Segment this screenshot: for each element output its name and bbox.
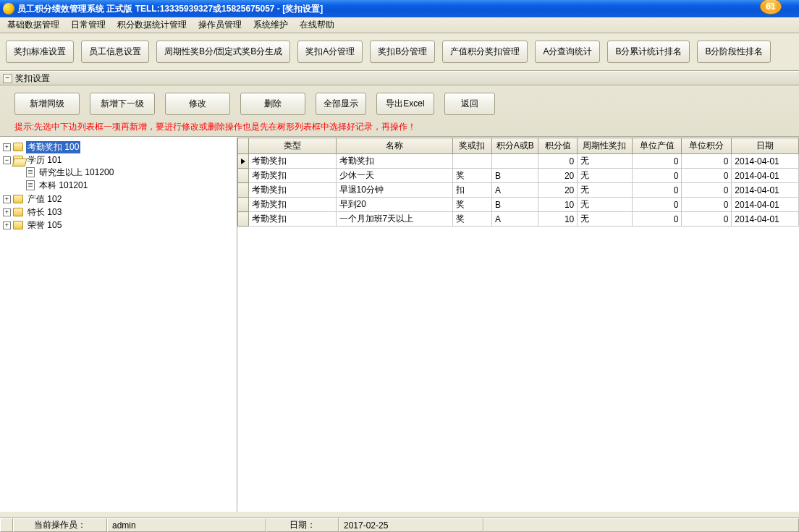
app-icon [3,3,14,14]
cell-points: 20 [538,169,578,183]
expand-icon[interactable]: + [3,221,11,229]
table-row[interactable]: 考勤奖扣早到20奖B10无002014-04-01 [238,198,799,212]
cell-date: 2014-04-01 [732,212,799,227]
cell-ab: A [491,212,538,227]
tree-label: 荣誉 105 [26,219,63,232]
btn-back[interactable]: 返回 [444,93,495,115]
tree-node-specialty[interactable]: + 特长 103 [1,206,235,218]
data-grid[interactable]: 类型 名称 奖或扣 积分A或B 积分值 周期性奖扣 单位产值 单位积分 日期 考… [237,138,799,227]
cell-unit-value: 0 [632,169,682,183]
cell-date: 2014-04-01 [732,169,799,183]
panel-body: 新增同级 新增下一级 修改 删除 全部显示 导出Excel 返回 提示:先选中下… [0,85,799,137]
tree-label: 研究生以上 101200 [38,166,115,179]
table-row[interactable]: 考勤奖扣考勤奖扣0无002014-04-01 [238,154,799,169]
col-periodic[interactable]: 周期性奖扣 [578,138,632,154]
pointer-icon [241,159,245,164]
cell-points: 10 [538,212,578,227]
cell-type: 考勤奖扣 [249,198,337,212]
tree-pane: + 考勤奖扣 100 − 学历 101 [0,138,237,512]
cell-date: 2014-04-01 [732,198,799,212]
btn-b-rank[interactable]: B分累计统计排名 [607,41,690,63]
cell-points: 10 [538,198,578,212]
col-points[interactable]: 积分值 [538,138,578,154]
cell-ab: A [491,183,538,198]
btn-add-child[interactable]: 新增下一级 [90,93,155,115]
col-date[interactable]: 日期 [732,138,799,154]
btn-show-all[interactable]: 全部显示 [316,93,366,115]
titlebar: 员工积分绩效管理系统 正式版 TELL:13335939327或15825675… [0,0,799,17]
cell-name: 考勤奖扣 [336,154,452,169]
btn-modify[interactable]: 修改 [165,93,230,115]
tree-node-education[interactable]: − 学历 101 [1,154,235,166]
status-operator-value: admin [107,518,266,532]
cell-periodic: 无 [578,212,632,227]
btn-employee-info[interactable]: 员工信息设置 [81,41,149,63]
btn-a-manage[interactable]: 奖扣A分管理 [297,41,363,63]
file-icon [26,180,35,190]
cell-reward: 奖 [453,212,492,227]
cell-unit-points: 0 [682,198,732,212]
cell-date: 2014-04-01 [732,183,799,198]
menu-help[interactable]: 在线帮助 [297,17,337,33]
expand-icon[interactable]: + [3,143,11,151]
grid-pane: 类型 名称 奖或扣 积分A或B 积分值 周期性奖扣 单位产值 单位积分 日期 考… [237,138,799,512]
btn-b-manage[interactable]: 奖扣B分管理 [370,41,435,63]
collapse-node-icon[interactable]: − [3,156,11,164]
menu-operator[interactable]: 操作员管理 [195,17,245,33]
cell-unit-points: 0 [682,169,732,183]
menu-daily[interactable]: 日常管理 [68,17,109,33]
cell-type: 考勤奖扣 [249,183,337,198]
btn-value-manage[interactable]: 产值积分奖扣管理 [442,41,528,63]
btn-delete[interactable]: 删除 [240,93,305,115]
tree-label: 特长 103 [26,206,63,219]
cell-unit-points: 0 [682,183,732,198]
col-reward[interactable]: 奖或扣 [453,138,492,154]
tree-node-grad[interactable]: 研究生以上 101200 [1,166,235,178]
folder-icon [13,208,23,216]
table-row[interactable]: 考勤奖扣早退10分钟扣A20无002014-04-01 [238,183,799,198]
menu-system[interactable]: 系统维护 [250,17,291,33]
tree-node-honor[interactable]: + 荣誉 105 [1,219,235,231]
tree-node-bachelor[interactable]: 本科 101201 [1,180,235,191]
col-unit-value[interactable]: 单位产值 [632,138,682,154]
notification-badge[interactable]: 61 [760,0,782,14]
btn-periodic-gen[interactable]: 周期性奖B分/固定式奖B分生成 [156,41,290,63]
expand-icon[interactable]: + [3,195,11,203]
status-filler [483,518,799,532]
section-title: 奖扣设置 [15,72,50,85]
menu-stats[interactable]: 积分数据统计管理 [114,17,190,33]
col-type[interactable]: 类型 [249,138,337,154]
status-date-value: 2017-02-25 [339,518,483,532]
cell-reward [453,154,492,169]
cell-type: 考勤奖扣 [249,212,337,227]
btn-add-sibling[interactable]: 新增同级 [14,93,80,115]
col-ab[interactable]: 积分A或B [491,138,538,154]
cell-periodic: 无 [578,198,632,212]
collapse-icon[interactable]: − [3,74,12,83]
btn-b-stage-rank[interactable]: B分阶段性排名 [697,41,771,63]
cell-unit-value: 0 [632,183,682,198]
btn-reward-standard[interactable]: 奖扣标准设置 [6,41,74,63]
btn-export[interactable]: 导出Excel [376,93,434,115]
tree-node-value[interactable]: + 产值 102 [1,193,235,205]
hint-text: 提示:先选中下边列表框一项再新增，要进行修改或删除操作也是先在树形列表框中选择好… [14,121,792,133]
folder-icon [13,221,23,229]
cell-type: 考勤奖扣 [249,154,337,169]
cell-periodic: 无 [578,169,632,183]
cell-ab: B [491,198,538,212]
cell-points: 0 [538,154,578,169]
cell-periodic: 无 [578,154,632,169]
file-icon [26,167,35,177]
row-indicator [238,212,249,227]
grid-corner [238,138,249,154]
section-header: − 奖扣设置 [0,71,799,85]
menu-basic-data[interactable]: 基础数据管理 [4,17,62,33]
btn-a-query[interactable]: A分查询统计 [535,41,600,63]
col-unit-points[interactable]: 单位积分 [682,138,732,154]
expand-icon[interactable]: + [3,208,11,216]
tree-node-attendance[interactable]: + 考勤奖扣 100 [1,141,235,153]
cell-unit-value: 0 [632,198,682,212]
table-row[interactable]: 考勤奖扣少休一天奖B20无002014-04-01 [238,169,799,183]
table-row[interactable]: 考勤奖扣一个月加班7天以上奖A10无002014-04-01 [238,212,799,227]
col-name[interactable]: 名称 [336,138,452,154]
